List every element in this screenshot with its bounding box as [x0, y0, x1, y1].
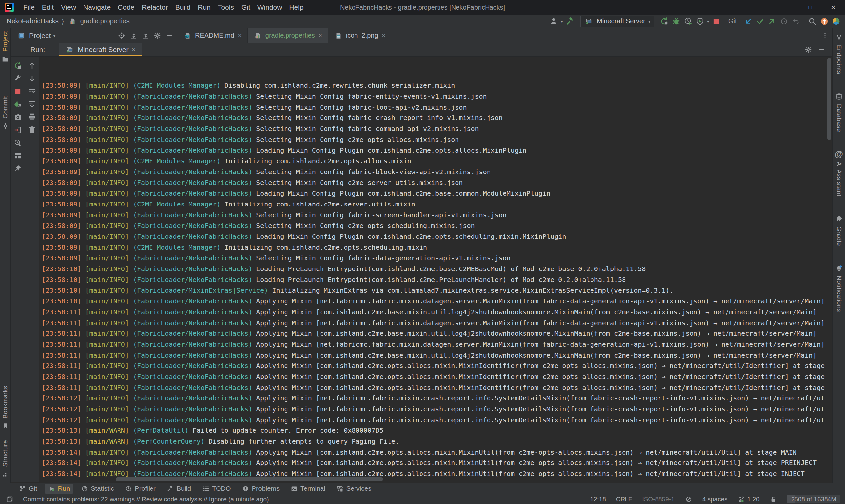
- menu-help[interactable]: Help: [285, 1, 307, 13]
- coverage-caret-icon[interactable]: ▾: [707, 19, 709, 24]
- hide-run-panel-icon[interactable]: [816, 45, 827, 55]
- user-caret-icon[interactable]: ▾: [561, 19, 563, 24]
- toolwindow-terminal[interactable]: Terminal: [287, 484, 329, 494]
- scroll-to-end-button[interactable]: [27, 99, 37, 109]
- close-icon[interactable]: ×: [822, 0, 845, 15]
- menu-git[interactable]: Git: [237, 1, 254, 13]
- user-icon[interactable]: [549, 17, 559, 26]
- tool-stripe-structure[interactable]: Structure: [0, 440, 10, 480]
- rerun-button[interactable]: [13, 61, 23, 71]
- restart-debugger-button[interactable]: [13, 99, 23, 109]
- git-commit-button[interactable]: [755, 17, 765, 26]
- close-icon[interactable]: ×: [237, 31, 242, 40]
- tab-icon_2.png[interactable]: icon_2.png ×: [328, 29, 391, 42]
- vertical-scrollbar[interactable]: [827, 58, 831, 140]
- run-settings-gear-icon[interactable]: [804, 45, 813, 55]
- more-options-icon[interactable]: [820, 31, 830, 40]
- profiler-run-button[interactable]: [683, 17, 693, 26]
- run-configuration-select[interactable]: Minecraft Server ▾: [580, 16, 654, 27]
- tool-stripe-ai-assistant[interactable]: @ AI Assistant: [834, 149, 844, 196]
- soft-wrap-button[interactable]: [27, 86, 37, 96]
- tool-stripe-notifications[interactable]: Notifications: [834, 263, 844, 312]
- build-hammer-icon[interactable]: [565, 17, 575, 26]
- print-button[interactable]: [27, 112, 37, 122]
- toolwindow-git[interactable]: Git: [15, 484, 40, 494]
- debug-button[interactable]: [671, 17, 681, 26]
- tool-stripe-project[interactable]: Project: [0, 31, 10, 64]
- edit-configuration-button[interactable]: [13, 74, 23, 84]
- down-stack-trace-button[interactable]: [27, 74, 37, 84]
- clear-all-button[interactable]: [27, 125, 37, 135]
- breadcrumb-project[interactable]: NekoFabricHacks: [6, 17, 59, 25]
- toolwindow-build[interactable]: Build: [163, 484, 194, 494]
- menu-file[interactable]: File: [20, 1, 38, 13]
- update-available-icon[interactable]: [819, 17, 829, 26]
- close-icon[interactable]: ×: [382, 31, 386, 40]
- hide-panel-icon[interactable]: [164, 31, 174, 40]
- run-button[interactable]: [659, 17, 669, 26]
- status-item[interactable]: [685, 496, 692, 503]
- minimize-icon[interactable]: —: [776, 0, 799, 15]
- close-icon[interactable]: ×: [131, 46, 135, 53]
- toolwindow-profiler[interactable]: Profiler: [121, 484, 159, 494]
- menu-view[interactable]: View: [57, 1, 80, 13]
- search-icon[interactable]: [807, 17, 817, 26]
- profile-button[interactable]: [13, 138, 23, 148]
- history-icon[interactable]: [779, 17, 789, 26]
- project-caret-icon[interactable]: ▾: [53, 33, 56, 38]
- tool-stripe-database[interactable]: Database: [834, 91, 844, 132]
- git-push-button[interactable]: [767, 17, 777, 26]
- locate-icon[interactable]: [117, 31, 127, 40]
- close-icon[interactable]: ×: [318, 31, 322, 40]
- coverage-button[interactable]: [695, 17, 705, 26]
- collapse-all-icon[interactable]: [141, 31, 151, 40]
- git-update-button[interactable]: [743, 17, 753, 26]
- undo-icon[interactable]: [791, 17, 801, 26]
- thread-dump-button[interactable]: [13, 112, 23, 122]
- toolwindow-label: Services: [346, 485, 372, 492]
- pin-button[interactable]: [13, 164, 23, 174]
- tool-stripe-commit[interactable]: Commit: [0, 96, 10, 131]
- breadcrumb-file[interactable]: gradle.properties: [80, 17, 130, 25]
- menu-build[interactable]: Build: [172, 1, 194, 13]
- windows-stack-icon[interactable]: [5, 494, 15, 504]
- status-item[interactable]: 1.20: [737, 496, 759, 503]
- status-item[interactable]: ISO-8859-1: [642, 496, 674, 503]
- menu-code[interactable]: Code: [114, 1, 138, 13]
- toolwindow-run[interactable]: Run: [45, 484, 74, 494]
- status-item[interactable]: CRLF: [616, 496, 632, 503]
- tool-stripe-endpoints[interactable]: Endpoints: [834, 32, 844, 74]
- tool-stripe-bookmarks[interactable]: Bookmarks: [0, 385, 10, 431]
- status-item[interactable]: [770, 496, 777, 503]
- status-item[interactable]: 2508 of 16384M: [787, 496, 840, 503]
- menu-refactor[interactable]: Refactor: [138, 1, 171, 13]
- console-log[interactable]: [23:58:09] [main/INFO] (C2ME Modules Man…: [39, 57, 832, 482]
- gear-icon[interactable]: [153, 31, 162, 40]
- maximize-icon[interactable]: □: [799, 0, 822, 15]
- code-with-me-icon[interactable]: [831, 17, 841, 26]
- tool-stripe-gradle[interactable]: Gradle: [834, 214, 844, 246]
- menu-tools[interactable]: Tools: [214, 1, 237, 13]
- layout-button[interactable]: [13, 151, 23, 161]
- menu-window[interactable]: Window: [254, 1, 286, 13]
- menu-navigate[interactable]: Navigate: [80, 1, 114, 13]
- stop-button[interactable]: [13, 86, 23, 96]
- run-tab-minecraft-server[interactable]: Minecraft Server ×: [59, 43, 141, 56]
- tab-gradle.properties[interactable]: gradle.properties ×: [248, 29, 328, 42]
- toolwindow-statistic[interactable]: Statistic: [77, 484, 117, 494]
- up-stack-trace-button[interactable]: [27, 61, 37, 71]
- tab-README.md[interactable]: MD README.md ×: [177, 29, 248, 42]
- detach-button[interactable]: [13, 125, 23, 135]
- status-message[interactable]: Commit contains problems: 22 warnings //…: [23, 496, 269, 503]
- toolwindow-services[interactable]: Services: [333, 484, 375, 494]
- expand-all-icon[interactable]: [129, 31, 139, 40]
- menu-run[interactable]: Run: [194, 1, 214, 13]
- toolwindow-todo[interactable]: TODO: [198, 484, 234, 494]
- menu-edit[interactable]: Edit: [38, 1, 57, 13]
- stop-button[interactable]: [711, 17, 721, 26]
- status-item[interactable]: 4 spaces: [702, 496, 727, 503]
- toolwindow-problems[interactable]: Problems: [238, 484, 283, 494]
- project-panel-title[interactable]: Project: [29, 32, 51, 40]
- status-item[interactable]: 12:18: [590, 496, 606, 503]
- horizontal-scrollbar[interactable]: [116, 477, 383, 481]
